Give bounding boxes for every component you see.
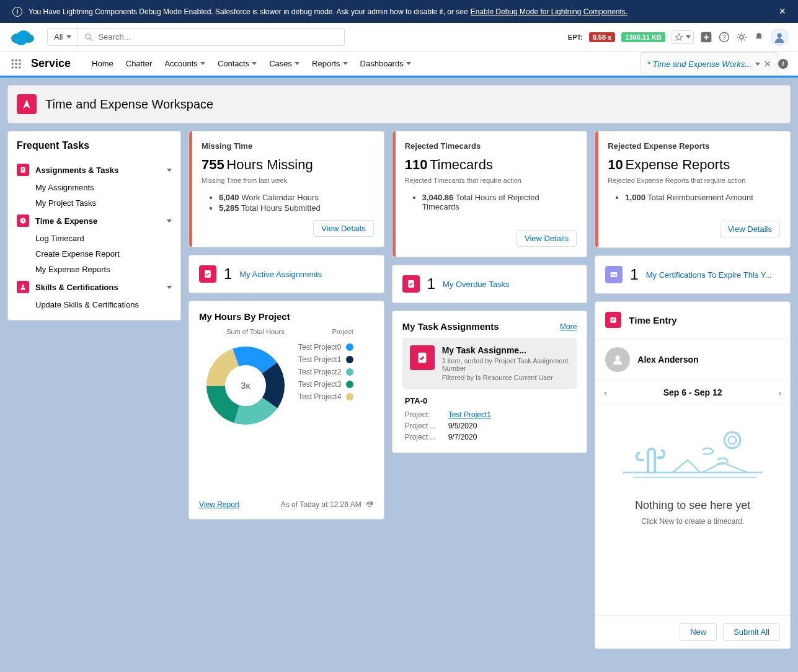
view-report-link[interactable]: View Report [199, 500, 239, 509]
date-range: Sep 6 - Sep 12 [663, 387, 722, 397]
person-icon [17, 281, 29, 293]
next-week-button[interactable]: › [779, 388, 781, 397]
salesforce-logo[interactable] [10, 29, 35, 46]
mini-link-overdue[interactable]: My Overdue Tasks [443, 280, 509, 289]
view-details-button[interactable]: View Details [313, 220, 373, 237]
chevron-down-icon [343, 62, 348, 65]
workspace-tab[interactable]: * Time and Expense Works... ✕ [641, 52, 778, 75]
nav-reports[interactable]: Reports [306, 51, 354, 76]
global-search-input[interactable] [98, 32, 338, 42]
task-more-link[interactable]: More [560, 322, 577, 331]
nav-cases[interactable]: Cases [263, 51, 306, 76]
task-icon [402, 275, 420, 293]
kpi-rejected-expenses: Rejected Expense Reports 10 Expense Repo… [595, 131, 791, 248]
app-name: Service [31, 57, 71, 70]
page-title: Time and Expense Workspace [45, 97, 213, 112]
svg-point-47 [729, 436, 737, 444]
sidebar-link-my-project-tasks[interactable]: My Project Tasks [17, 195, 172, 211]
svg-rect-27 [22, 170, 24, 170]
svg-point-46 [724, 432, 740, 448]
submit-all-button[interactable]: Submit All [723, 623, 780, 641]
refresh-icon[interactable] [365, 500, 374, 509]
sidebar-link-my-assignments[interactable]: My Assignments [17, 180, 172, 195]
chevron-down-icon [167, 169, 172, 172]
svg-point-4 [86, 33, 91, 38]
close-tab-icon[interactable]: ✕ [764, 59, 771, 69]
banner-link[interactable]: Enable Debug Mode for Lightning Componen… [471, 7, 628, 16]
view-details-button[interactable]: View Details [516, 230, 577, 247]
new-timecard-button[interactable]: New [680, 623, 717, 641]
sidebar-link-my-expense-reports[interactable]: My Expense Reports [17, 262, 172, 277]
svg-rect-41 [614, 275, 616, 276]
setup-gear-icon[interactable] [736, 32, 747, 43]
mini-overdue-tasks: 1 My Overdue Tasks [392, 265, 588, 303]
sidebar-group-assignments[interactable]: Assignments & Tasks [17, 160, 172, 180]
time-user-name: Alex Anderson [637, 355, 698, 365]
search-icon [84, 33, 93, 42]
time-entry-icon [605, 312, 621, 328]
chevron-down-icon [167, 219, 172, 223]
person-icon [605, 347, 630, 372]
sidebar-title: Frequent Tasks [8, 131, 180, 160]
view-details-button[interactable]: View Details [720, 221, 780, 237]
ept-time-badge: 8.58 s [589, 32, 616, 42]
sidebar-group-skills[interactable]: Skills & Certifications [17, 277, 172, 297]
global-nav: Service Home Chatter Accounts Contacts C… [0, 51, 798, 77]
help-icon[interactable]: ? [719, 32, 730, 43]
clipboard-icon [17, 164, 29, 176]
svg-point-19 [15, 63, 17, 64]
sidebar-link-update-skills[interactable]: Update Skills & Certifications [17, 297, 172, 312]
nav-help-icon[interactable]: i [778, 59, 788, 69]
svg-point-16 [15, 59, 17, 61]
svg-point-12 [740, 35, 743, 39]
nav-dashboards[interactable]: Dashboards [354, 51, 417, 76]
task-project-link[interactable]: Test Project1 [448, 410, 491, 419]
svg-text:?: ? [722, 33, 726, 40]
ept-label: EPT: [568, 33, 583, 41]
chevron-down-icon [686, 35, 691, 38]
svg-point-21 [12, 66, 14, 68]
nav-chatter[interactable]: Chatter [120, 51, 159, 76]
svg-rect-40 [614, 274, 616, 275]
nav-home[interactable]: Home [86, 51, 120, 76]
svg-rect-44 [611, 321, 614, 321]
svg-rect-38 [611, 272, 618, 277]
mini-link-assignments[interactable]: My Active Assignments [239, 270, 322, 279]
task-list-header: My Task Assignme... 1 item, sorted by Pr… [402, 338, 577, 389]
star-icon [675, 33, 683, 42]
badge-icon [605, 266, 623, 283]
prev-week-button[interactable]: ‹ [604, 388, 606, 397]
time-entry-card: Time Entry Alex Anderson ‹ Sep 6 - Sep 1… [595, 301, 791, 649]
svg-point-3 [16, 37, 27, 45]
svg-point-20 [19, 63, 20, 64]
favorites-button[interactable] [672, 30, 694, 44]
page-header: Time and Expense Workspace [7, 85, 791, 123]
chevron-down-icon [200, 62, 205, 65]
mini-active-assignments: 1 My Active Assignments [188, 255, 384, 293]
svg-point-45 [616, 356, 620, 360]
svg-point-39 [612, 274, 614, 276]
nav-contacts[interactable]: Contacts [211, 51, 263, 76]
sidebar-link-log-timecard[interactable]: Log Timecard [17, 231, 172, 246]
clipboard-check-icon [410, 345, 435, 370]
svg-rect-26 [22, 169, 24, 169]
app-launcher-icon[interactable] [10, 58, 22, 70]
task-item-title[interactable]: PTA-0 [405, 396, 575, 405]
sidebar-link-create-expense[interactable]: Create Expense Report [17, 246, 172, 262]
svg-point-14 [777, 33, 781, 37]
mini-link-certs[interactable]: My Certifications To Expire This Y... [646, 270, 772, 280]
svg-marker-6 [675, 33, 683, 40]
nav-accounts[interactable]: Accounts [158, 51, 211, 76]
chevron-down-icon[interactable] [755, 63, 760, 66]
add-button-icon[interactable] [700, 31, 712, 43]
desert-empty-illustration [618, 425, 767, 485]
svg-line-5 [90, 38, 92, 40]
sidebar-group-time-expense[interactable]: Time & Expense [17, 211, 172, 231]
banner-close-icon[interactable]: × [779, 5, 786, 18]
user-avatar[interactable] [771, 29, 788, 46]
search-scope-select[interactable]: All [47, 28, 78, 46]
notification-bell-icon[interactable] [753, 32, 765, 43]
global-header: All EPT: 8.58 s 1386.11 KB ? [0, 23, 798, 51]
svg-rect-43 [611, 319, 615, 319]
svg-point-22 [15, 66, 17, 68]
